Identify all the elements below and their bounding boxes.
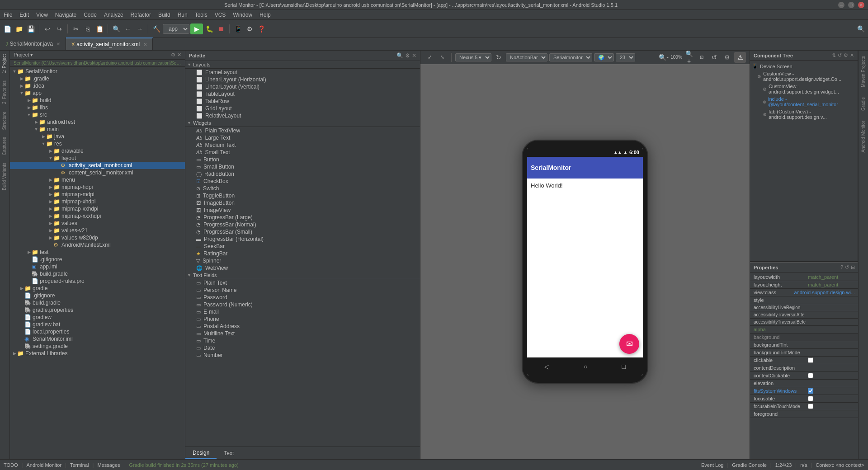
tree-item-androidmanifest[interactable]: ⚙ AndroidManifest.xml — [10, 241, 185, 249]
canvas-refresh-button[interactable]: ↺ — [709, 52, 720, 63]
tree-item-gradle-properties[interactable]: 🐘 gradle.properties — [10, 306, 185, 314]
canvas-zoom-100-button[interactable]: 100% — [671, 52, 682, 63]
toolbar-avd-button[interactable]: 📱 — [232, 24, 243, 34]
palette-item-imagebutton[interactable]: 🖼 ImageButton — [185, 199, 420, 207]
palette-category-layouts[interactable]: ▼ Layouts — [185, 61, 420, 69]
menu-code[interactable]: Code — [80, 11, 100, 19]
app-selector[interactable]: app — [163, 24, 189, 34]
tree-item-gradle[interactable]: ▶ 📁 .gradle — [10, 75, 185, 82]
menu-edit[interactable]: Edit — [16, 11, 33, 19]
gradle-console-button[interactable]: Gradle Console — [732, 462, 766, 468]
tree-item-mipmap-mdpi[interactable]: ▶ 📁 mipmap-mdpi — [10, 191, 185, 198]
tree-item-menu[interactable]: ▶ 📁 menu — [10, 176, 185, 183]
canvas-zoom-fit-button[interactable]: ⊡ — [696, 52, 707, 63]
props-help-icon[interactable]: ? — [840, 264, 843, 270]
tree-item-mipmap-hdpi[interactable]: ▶ 📁 mipmap-hdpi — [10, 183, 185, 191]
tree-item-values-w820dp[interactable]: ▶ 📁 values-w820dp — [10, 234, 185, 241]
canvas-tab-design[interactable]: Design — [185, 448, 217, 459]
palette-search-icon[interactable]: 🔍 — [396, 52, 403, 59]
phone-fab-button[interactable]: ✉ — [619, 334, 639, 354]
vtab-structure[interactable]: Structure — [0, 108, 9, 134]
ct-item-fab[interactable]: ⚙ fab (CustomView) - android.support.des… — [752, 108, 856, 121]
palette-item-relativelayout[interactable]: ⬜ RelativeLayout — [185, 112, 420, 119]
vtab-project[interactable]: 1: Project — [0, 51, 9, 77]
palette-item-progressbar-horizontal[interactable]: ▬ ProgressBar (Horizontal) — [185, 235, 420, 243]
editor-tab-xml[interactable]: X activity_serial_monitor.xml ✕ — [66, 38, 153, 50]
palette-item-seekbar[interactable]: — SeekBar — [185, 243, 420, 250]
tree-item-src[interactable]: ▼ 📁 src — [10, 111, 185, 118]
tree-item-activity-xml[interactable]: ⚙ activity_serial_monitor.xml — [10, 162, 185, 169]
palette-item-radiobutton[interactable]: ◯ RadioButton — [185, 170, 420, 178]
tab-xml-close[interactable]: ✕ — [143, 42, 147, 47]
palette-item-plain-text[interactable]: ▭ Plain Text — [185, 279, 420, 287]
vtab-gradle[interactable]: Gradle — [859, 94, 868, 114]
messages-button[interactable]: Messages — [97, 462, 120, 468]
ct-item-include[interactable]: ⊕ include - @layout/content_serial_monit… — [752, 95, 856, 108]
tree-item-layout[interactable]: ▼ 📁 layout — [10, 155, 185, 162]
tab-java-close[interactable]: ✕ — [57, 42, 60, 47]
ct-item-customview-2[interactable]: ⚙ CustomView - android.support.design.wi… — [752, 83, 856, 95]
prop-value-layoutwidth[interactable]: match_parent — [808, 274, 855, 280]
props-restore-icon[interactable]: ↺ — [845, 264, 849, 270]
palette-item-multiline-text[interactable]: ▭ Multiline Text — [185, 330, 420, 337]
palette-item-switch[interactable]: ⊙ Switch — [185, 185, 420, 192]
toolbar-search-button[interactable]: 🔍 — [111, 24, 122, 34]
palette-item-ratingbar[interactable]: ★ RatingBar — [185, 250, 420, 257]
palette-item-small-text[interactable]: Ab Small Text — [185, 149, 420, 156]
tree-item-java[interactable]: ▶ 📁 java — [10, 133, 185, 140]
event-log-button[interactable]: Event Log — [701, 462, 724, 468]
tree-item-test[interactable]: ▶ 📁 test — [10, 249, 185, 256]
palette-item-imageview[interactable]: 🖼 ImageView — [185, 207, 420, 214]
minimize-button[interactable]: ─ — [838, 2, 844, 8]
tree-item-idea[interactable]: ▶ 📁 .idea — [10, 82, 185, 89]
rotate-button[interactable]: ↻ — [493, 52, 504, 63]
menu-run[interactable]: Run — [174, 11, 191, 19]
canvas-zoom-out-button[interactable]: 🔍- — [658, 52, 669, 63]
palette-item-medium-text[interactable]: Ab Medium Text — [185, 141, 420, 149]
stop-button[interactable]: ⏹ — [216, 24, 226, 34]
canvas-zoom-in-button[interactable]: 🔍+ — [684, 52, 694, 63]
theme-selector[interactable]: Serialmonitor — [549, 53, 592, 61]
tree-item-external-libraries[interactable]: ▶ 📁 External Libraries — [10, 350, 185, 357]
tree-item-content-xml[interactable]: ⚙ content_serial_monitor.xml — [10, 169, 185, 176]
todo-button[interactable]: TODO — [4, 462, 18, 468]
api-selector[interactable]: NoActionBar — [506, 53, 547, 61]
palette-item-spinner[interactable]: ▽ Spinner — [185, 257, 420, 264]
prop-checkbox-fitssyswindows[interactable] — [808, 388, 813, 394]
toolbar-help-button[interactable]: ❓ — [256, 24, 267, 34]
editor-tab-java[interactable]: J SerialMonitor.java ✕ — [0, 38, 66, 50]
palette-item-password[interactable]: ▭ Password — [185, 294, 420, 301]
prop-checkbox-clickable[interactable] — [808, 357, 813, 363]
vtab-android-monitor-right[interactable]: Android Monitor — [859, 117, 868, 156]
tree-item-build[interactable]: ▶ 📁 build — [10, 97, 185, 104]
palette-item-email[interactable]: ▭ E-mail — [185, 308, 420, 315]
menu-refactor[interactable]: Refactor — [127, 11, 155, 19]
tree-item-serialmonitor-root[interactable]: ▼ 📁 SerialMonitor — [10, 68, 185, 75]
palette-item-person-name[interactable]: ▭ Person Name — [185, 287, 420, 294]
palette-item-plain-textview[interactable]: Ab Plain TextView — [185, 127, 420, 134]
close-button[interactable]: ✕ — [858, 2, 864, 8]
tree-item-serialmonitor-iml[interactable]: ◉ SerialMonitor.iml — [10, 335, 185, 343]
maximize-button[interactable]: □ — [848, 2, 854, 8]
menu-tools[interactable]: Tools — [191, 11, 211, 19]
vtab-maven[interactable]: Maven Projects — [859, 52, 868, 91]
palette-item-small-button[interactable]: ▭ Small Button — [185, 163, 420, 170]
tree-item-mipmap-xxhdpi[interactable]: ▶ 📁 mipmap-xxhdpi — [10, 205, 185, 212]
toolbar-new-button[interactable]: 📄 — [2, 24, 13, 34]
menu-help[interactable]: Help — [256, 11, 274, 19]
toolbar-paste-button[interactable]: 📋 — [94, 24, 105, 34]
props-filter-icon[interactable]: ⊟ — [851, 264, 855, 270]
toolbar-open-button[interactable]: 📁 — [14, 24, 24, 34]
tree-item-build-gradle-app[interactable]: 🐘 build.gradle — [10, 270, 185, 277]
tree-item-gradlew[interactable]: 📄 gradlew — [10, 314, 185, 321]
menu-view[interactable]: View — [33, 11, 52, 19]
tree-item-gradlew-bat[interactable]: 📄 gradlew.bat — [10, 321, 185, 328]
vtab-favorites[interactable]: 2: Favorites — [0, 77, 9, 108]
toolbar-sdk-button[interactable]: ⚙ — [244, 24, 255, 34]
palette-item-webview[interactable]: 🌐 WebView — [185, 264, 420, 272]
tree-item-values[interactable]: ▶ 📁 values — [10, 220, 185, 227]
android-monitor-button[interactable]: Android Monitor — [26, 462, 61, 468]
device-selector[interactable]: Nexus 5 ▾ — [455, 53, 491, 61]
palette-settings-icon[interactable]: ⚙ — [405, 52, 410, 59]
prop-checkbox-contextclickable[interactable] — [808, 373, 813, 378]
